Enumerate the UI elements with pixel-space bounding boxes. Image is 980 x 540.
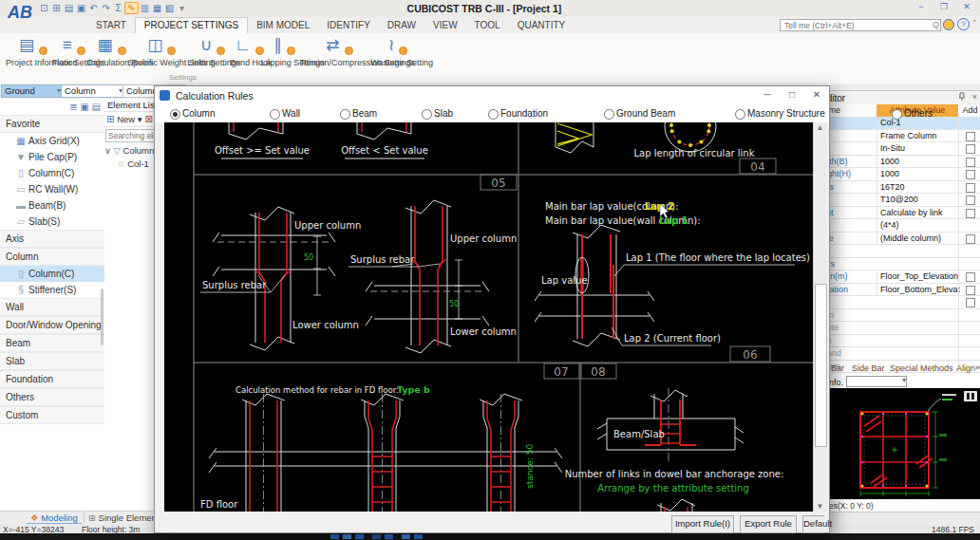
restore-button[interactable]: ❐: [933, 2, 955, 11]
section-door-window-opening[interactable]: Door/Window Opening: [0, 316, 104, 334]
toolbar-item-special-methods[interactable]: Special Methods: [890, 363, 953, 373]
toolbar-item-bar[interactable]: Bar: [831, 363, 844, 373]
nav-item-axis-grid[interactable]: ▦Axis Grid(X): [0, 133, 104, 149]
nav-item-pile-cap[interactable]: ▼Pile Cap(P): [0, 149, 104, 165]
strip-icon[interactable]: [414, 534, 423, 539]
radio-column[interactable]: Column: [170, 108, 215, 120]
add-checkbox[interactable]: [966, 132, 975, 141]
pin-icon[interactable]: [958, 92, 966, 103]
add-checkbox[interactable]: [966, 234, 975, 244]
import-rule-button[interactable]: Import Rule(I): [671, 515, 734, 533]
floor-settings-button[interactable]: ≡Floor Settings: [52, 36, 83, 67]
tab-tool[interactable]: TOOL: [466, 18, 509, 33]
dialog-title-bar[interactable]: Calculation Rules ─ □ ✕: [155, 86, 829, 106]
add-checkbox[interactable]: [966, 183, 975, 193]
bend-hook-button[interactable]: ∟Bend Hook: [230, 36, 256, 67]
links-settings-button[interactable]: ∪Links Settings: [187, 36, 225, 67]
column-section-preview[interactable]: [829, 388, 980, 499]
close-panel-icon[interactable]: ×: [972, 92, 977, 102]
calculation-rules-button[interactable]: ▦Calculation Rules: [87, 36, 123, 67]
new-icon[interactable]: ⊡: [38, 3, 50, 13]
tab-single-element[interactable]: ⊞ Single Element: [84, 512, 163, 523]
toolbar-item-align[interactable]: Align: [956, 363, 975, 373]
radio-ground-beam[interactable]: Ground Beam: [604, 108, 675, 120]
add-checkbox[interactable]: [966, 170, 975, 179]
tell-me-search[interactable]: Q: [780, 19, 941, 31]
open-project-icon[interactable]: ⊞: [50, 3, 63, 13]
default-button[interactable]: Default: [802, 515, 824, 533]
radio-wall[interactable]: Wall: [270, 108, 300, 120]
section-wall[interactable]: Wall: [0, 298, 104, 316]
dialog-close-icon[interactable]: ✕: [804, 89, 829, 100]
nav-item-slab[interactable]: ▱Slab(S): [0, 214, 104, 230]
collapse-ribbon-icon[interactable]: ⌃: [971, 19, 978, 28]
list-view-icon[interactable]: ≣: [69, 102, 77, 112]
strip-icon[interactable]: [355, 534, 364, 539]
dialog-minimize-icon[interactable]: ─: [755, 89, 780, 100]
scroll-down-icon[interactable]: ▼: [814, 502, 826, 511]
feedback-lamp-icon[interactable]: [943, 19, 954, 30]
tension-compression-button[interactable]: ⇄Tension/Compression Settings: [299, 36, 366, 67]
element-tree-item[interactable]: ☆ Col-1: [104, 158, 161, 171]
help-icon[interactable]: ?: [957, 18, 970, 30]
save-icon[interactable]: ▣: [75, 3, 87, 13]
wastage-setting-button[interactable]: ≀Wastage Setting: [370, 36, 412, 67]
strip-icon[interactable]: [402, 534, 410, 539]
floor-select[interactable]: Ground Floor▾: [1, 84, 63, 98]
tab-quantity[interactable]: QUANTITY: [509, 18, 575, 33]
scrollbar-thumb[interactable]: [815, 284, 827, 447]
add-checkbox[interactable]: [966, 209, 975, 218]
section-slab[interactable]: Slab: [0, 352, 104, 370]
element-tree-root[interactable]: ∨ ▽ Column: [104, 144, 161, 158]
table-icon[interactable]: ▥: [139, 3, 151, 13]
sum-icon[interactable]: Σ: [112, 3, 124, 13]
add-checkbox[interactable]: [966, 272, 975, 282]
radio-masonry-structure[interactable]: Masonry Structure: [735, 108, 825, 120]
dialog-maximize-icon[interactable]: □: [780, 89, 804, 100]
tab-draw[interactable]: DRAW: [379, 18, 424, 33]
add-checkbox[interactable]: [966, 298, 975, 307]
canvas-scrollbar[interactable]: ▲ ▼: [813, 122, 827, 512]
nav-item-beam[interactable]: ▬Beam(B): [0, 197, 104, 214]
radio-foundation[interactable]: Foundation: [488, 108, 548, 120]
nav-item-column-selected[interactable]: ▯Column(C): [0, 266, 104, 282]
export-rule-button[interactable]: Export Rule: [740, 515, 797, 533]
strip-icon[interactable]: [343, 534, 351, 539]
section-foundation[interactable]: Foundation: [0, 370, 104, 388]
toolbar-more-icon[interactable]: ▾: [176, 3, 188, 13]
toolbar-item-side-bar[interactable]: Side Bar: [852, 363, 885, 373]
section-others[interactable]: Others: [0, 388, 104, 406]
edit-pencil-icon[interactable]: ✎: [124, 2, 139, 14]
expand-view-icon[interactable]: ▣: [80, 102, 88, 112]
strip-icon[interactable]: [385, 534, 393, 539]
add-checkbox[interactable]: [966, 158, 975, 167]
section-beam[interactable]: Beam: [0, 334, 104, 352]
radio-others[interactable]: Others: [892, 108, 933, 120]
element-type-select[interactable]: Column▾: [61, 84, 124, 98]
close-button[interactable]: ✕: [955, 2, 978, 11]
tab-view[interactable]: VIEW: [424, 18, 466, 33]
new-element-button[interactable]: New ▾: [117, 114, 141, 124]
radio-beam[interactable]: Beam: [340, 108, 377, 120]
tree-caret-icon[interactable]: ∨: [104, 145, 111, 156]
radio-slab[interactable]: Slab: [422, 108, 453, 120]
nav-item-column[interactable]: ▯Column(C): [0, 165, 104, 181]
tab-identify[interactable]: IDENTIFY: [318, 18, 379, 33]
strip-icon[interactable]: [330, 534, 339, 539]
toolbar-more-icon[interactable]: »: [975, 363, 980, 372]
undo-icon[interactable]: ↶: [87, 3, 100, 13]
nav-item-rc-wall[interactable]: ▭RC Wall(W): [0, 181, 104, 197]
panel-view-icon[interactable]: ▤: [92, 102, 101, 112]
nav-item-stiffener[interactable]: §Stiffener(S): [0, 282, 104, 298]
scroll-up-icon[interactable]: ▲: [814, 123, 826, 132]
specific-weight-setting-button[interactable]: ◫Specific Weight Setting: [127, 36, 182, 67]
info-select[interactable]: ▾: [846, 376, 907, 387]
tab-bim-model[interactable]: BIM MODEL: [248, 18, 318, 33]
delete-element-icon[interactable]: ⊠: [144, 114, 152, 124]
section-column[interactable]: Column: [0, 248, 104, 266]
section-custom[interactable]: Custom: [0, 406, 104, 424]
grid-icon[interactable]: ▧: [163, 3, 176, 13]
folder-icon[interactable]: ▤: [63, 3, 75, 13]
tab-project-settings[interactable]: PROJECT SETTINGS: [135, 17, 248, 33]
left-panel-scrollbar[interactable]: [101, 289, 104, 345]
